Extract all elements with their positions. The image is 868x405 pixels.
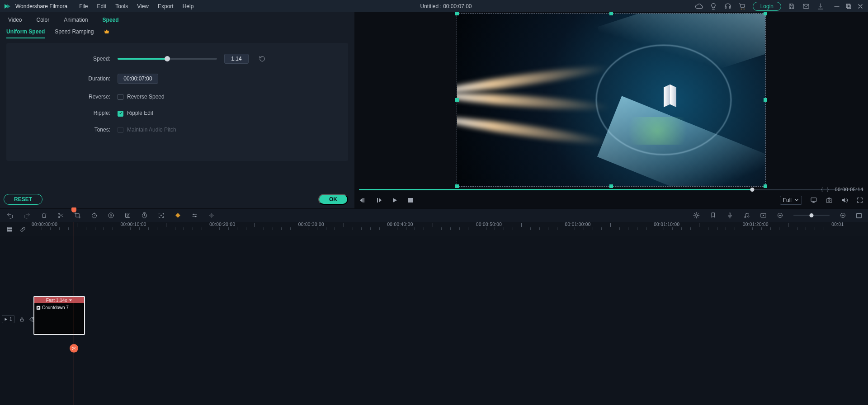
resize-handle-tc[interactable] [609, 12, 613, 15]
minimize-icon[interactable] [833, 2, 841, 10]
app-logo-icon [4, 3, 11, 10]
link-icon[interactable] [19, 226, 26, 233]
subtab-ramping[interactable]: Speed Ramping [55, 28, 94, 36]
display-icon[interactable] [810, 197, 817, 204]
mail-icon[interactable] [802, 2, 810, 10]
timeline-toolbar [0, 208, 868, 222]
cloud-icon[interactable] [695, 2, 703, 10]
zoom-in-icon[interactable] [840, 212, 846, 219]
menu-edit[interactable]: Edit [94, 2, 110, 11]
subtab-uniform[interactable]: Uniform Speed [6, 28, 45, 36]
project-title: Untitled : 00:00:07:00 [199, 3, 693, 9]
app-name: Wondershare Filmora [15, 3, 67, 9]
mark-braces[interactable]: { } [821, 187, 830, 192]
menu-view[interactable]: View [133, 2, 152, 11]
timeline-ruler[interactable]: 00:00:00:0000:00:10:0000:00:20:0000:00:3… [33, 222, 868, 236]
svg-rect-10 [826, 199, 832, 203]
marker-icon[interactable] [710, 212, 717, 219]
tab-speed[interactable]: Speed [101, 16, 121, 24]
audio-mixer-icon[interactable] [743, 212, 750, 219]
menu-help[interactable]: Help [179, 2, 198, 11]
timer-icon[interactable] [141, 212, 148, 219]
idea-icon[interactable] [709, 2, 717, 10]
ruler-label: 00:01:00:00 [565, 222, 591, 227]
ruler-label: 00:00:30:00 [298, 222, 324, 227]
resize-handle-tr[interactable] [764, 12, 767, 15]
login-button[interactable]: Login [753, 2, 781, 11]
fullscreen-icon[interactable] [856, 197, 863, 204]
menu-tools[interactable]: Tools [112, 2, 132, 11]
timeline-clip[interactable]: Fast 1.14x Countdown 7 [33, 296, 85, 335]
adjust-icon[interactable] [191, 212, 198, 219]
svg-point-22 [195, 216, 196, 217]
step-back-icon[interactable] [359, 197, 365, 203]
ripple-checkbox[interactable]: ✓ [118, 111, 123, 117]
ruler-label: 00:01:20:00 [743, 222, 769, 227]
focus-icon[interactable] [158, 212, 165, 219]
delete-icon[interactable] [41, 212, 47, 219]
resize-handle-bc[interactable] [609, 184, 613, 188]
track-manager-icon[interactable] [6, 226, 13, 233]
reset-button[interactable]: RESET [4, 194, 42, 205]
close-icon[interactable] [856, 2, 864, 10]
svg-rect-7 [847, 5, 851, 9]
zoom-out-icon[interactable] [777, 212, 783, 219]
reverse-checkbox[interactable] [118, 94, 123, 100]
keyframe-icon[interactable] [175, 212, 181, 219]
split-icon[interactable] [57, 212, 64, 219]
audio-tool-icon[interactable] [208, 212, 215, 219]
volume-icon[interactable] [841, 197, 848, 204]
cart-icon[interactable] [738, 2, 746, 10]
preview-canvas-wrap [457, 13, 766, 187]
tab-video[interactable]: Video [6, 16, 24, 24]
play-icon[interactable] [392, 197, 398, 203]
green-screen-icon[interactable] [124, 212, 131, 219]
maximize-icon[interactable] [844, 2, 853, 10]
ok-button[interactable]: OK [318, 194, 348, 205]
stop-icon[interactable] [408, 198, 413, 203]
resize-handle-cl[interactable] [455, 98, 459, 102]
zoom-fit-icon[interactable] [856, 213, 862, 218]
voiceover-mic-icon[interactable] [726, 212, 733, 219]
tab-animation[interactable]: Animation [62, 16, 90, 24]
step-fwd-icon[interactable] [375, 197, 382, 203]
redo-icon[interactable] [24, 212, 31, 219]
zoom-slider[interactable] [793, 215, 830, 216]
preview-scrub[interactable] [359, 189, 863, 190]
resize-handle-br[interactable] [764, 184, 767, 188]
svg-point-26 [748, 216, 749, 217]
undo-icon[interactable] [6, 212, 14, 219]
resize-handle-cr[interactable] [764, 98, 767, 102]
quality-select[interactable]: Full [780, 196, 802, 205]
support-icon[interactable] [724, 2, 732, 10]
download-icon[interactable] [816, 2, 825, 10]
mix-icon[interactable] [693, 212, 700, 219]
reset-speed-icon[interactable] [259, 55, 266, 62]
tab-color[interactable]: Color [34, 16, 51, 24]
menu-file[interactable]: File [75, 2, 91, 11]
tones-row: Tones: Maintain Audio Pitch [20, 127, 335, 133]
snapshot-icon[interactable] [826, 197, 833, 204]
duration-value[interactable]: 00:00:07:00 [118, 74, 158, 84]
speed-subtabs: Uniform Speed Speed Ramping [0, 26, 354, 39]
resize-handle-tl[interactable] [455, 12, 459, 15]
crop-icon[interactable] [74, 212, 81, 219]
track-badge[interactable]: 1 [2, 315, 14, 323]
speed-tool-icon[interactable] [91, 212, 98, 219]
timeline[interactable]: 1 Fast 1.14x Countdown 7 [0, 236, 868, 405]
speed-slider[interactable] [118, 58, 217, 60]
titlebar-right: Login [695, 2, 864, 11]
split-handle-icon[interactable] [70, 344, 78, 353]
reverse-label: Reverse: [20, 94, 110, 100]
save-icon[interactable] [788, 2, 796, 10]
svg-point-34 [72, 349, 73, 350]
inspector-panel: Video Color Animation Speed Uniform Spee… [0, 12, 354, 208]
svg-rect-31 [8, 229, 12, 230]
playhead[interactable] [74, 222, 74, 405]
resize-handle-bl[interactable] [455, 184, 459, 188]
speed-value[interactable]: 1.14 [224, 54, 249, 64]
menu-export[interactable]: Export [154, 2, 177, 11]
color-tool-icon[interactable] [108, 212, 114, 219]
render-icon[interactable] [760, 212, 767, 219]
lock-icon[interactable] [19, 316, 25, 322]
